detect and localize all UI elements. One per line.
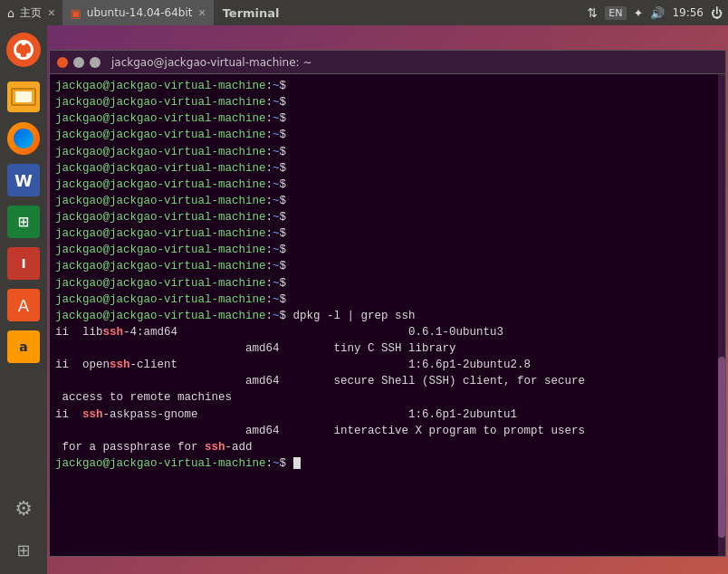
terminal-window: jackgao@jackgao-virtual-machine: ~ jackg…: [49, 50, 726, 557]
prompt-line-6: jackgao@jackgao-virtual-machine:~$: [55, 160, 720, 177]
terminal-tab-icon: ▣: [70, 6, 81, 20]
prompt-line-1: jackgao@jackgao-virtual-machine:~$: [55, 78, 720, 94]
sidebar-item-files[interactable]: [5, 78, 43, 116]
tab-home-close[interactable]: ✕: [47, 7, 55, 19]
prompt-line-11: jackgao@jackgao-virtual-machine:~$: [55, 242, 720, 258]
output-line-6: ii ssh-askpass-gnome 1:6.6p1-2ubuntu1: [55, 407, 720, 423]
sidebar-item-settings[interactable]: ⚙: [5, 489, 43, 527]
sidebar-item-more[interactable]: ⊞: [5, 531, 43, 569]
home-icon: ⌂: [7, 6, 14, 20]
sidebar: W ⊞ I A a ⚙ ⊞: [0, 25, 47, 574]
tab-terminal[interactable]: ▣ ubuntu-14.04-64bit ✕: [62, 0, 213, 25]
bluetooth-icon: ✦: [634, 6, 644, 20]
prompt-line-7: jackgao@jackgao-virtual-machine:~$: [55, 177, 720, 193]
output-line-3: ii openssh-client 1:6.6p1-2ubuntu2.8: [55, 357, 720, 373]
command-line: jackgao@jackgao-virtual-machine:~$ dpkg …: [55, 308, 720, 324]
transfer-icon: ⇅: [588, 5, 599, 20]
app-title: Terminal: [223, 6, 280, 20]
sidebar-item-impress[interactable]: I: [5, 244, 43, 282]
sidebar-item-writer[interactable]: W: [5, 161, 43, 199]
terminal-scrollbar[interactable]: [718, 74, 725, 556]
taskbar-top: ⌂ 主页 ✕ ▣ ubuntu-14.04-64bit ✕ Terminal ⇅…: [0, 0, 728, 25]
prompt-line-13: jackgao@jackgao-virtual-machine:~$: [55, 275, 720, 292]
sidebar-item-calc[interactable]: ⊞: [5, 203, 43, 241]
taskbar-right: ⇅ EN ✦ 🔊 19:56 ⏻: [588, 5, 728, 20]
prompt-line-12: jackgao@jackgao-virtual-machine:~$: [55, 258, 720, 274]
terminal-title: jackgao@jackgao-virtual-machine: ~: [111, 56, 312, 69]
output-line-5: access to remote machines: [55, 389, 720, 406]
volume-icon: 🔊: [650, 6, 665, 20]
prompt-line-9: jackgao@jackgao-virtual-machine:~$: [55, 209, 720, 225]
output-line-1: ii libssh-4:amd64 0.6.1-0ubuntu3: [55, 324, 720, 340]
power-icon: ⏻: [711, 6, 723, 20]
tab-home[interactable]: ⌂ 主页 ✕: [0, 0, 62, 25]
clock: 19:56: [672, 6, 704, 19]
terminal-content[interactable]: jackgao@jackgao-virtual-machine:~$ jackg…: [50, 74, 725, 556]
prompt-line-5: jackgao@jackgao-virtual-machine:~$: [55, 144, 720, 160]
window-close-button[interactable]: [57, 57, 68, 68]
taskbar-title-area: Terminal: [214, 6, 280, 20]
prompt-line-4: jackgao@jackgao-virtual-machine:~$: [55, 127, 720, 143]
prompt-line-2: jackgao@jackgao-virtual-machine:~$: [55, 94, 720, 110]
window-minimize-button[interactable]: [73, 57, 84, 68]
scrollbar-thumb[interactable]: [718, 357, 725, 538]
tab-terminal-label: ubuntu-14.04-64bit: [87, 6, 193, 19]
final-prompt-line: jackgao@jackgao-virtual-machine:~$: [55, 455, 720, 472]
tab-home-label: 主页: [20, 5, 42, 21]
keyboard-layout: EN: [605, 6, 626, 20]
prompt-line-3: jackgao@jackgao-virtual-machine:~$: [55, 110, 720, 127]
output-line-8: for a passphrase for ssh-add: [55, 439, 720, 455]
output-line-4: amd64 secure Shell (SSH) client, for sec…: [55, 373, 720, 389]
sidebar-item-firefox[interactable]: [5, 120, 43, 158]
sidebar-item-amazon[interactable]: a: [5, 328, 43, 366]
prompt-line-14: jackgao@jackgao-virtual-machine:~$: [55, 292, 720, 308]
output-line-7: amd64 interactive X program to prompt us…: [55, 423, 720, 439]
prompt-line-8: jackgao@jackgao-virtual-machine:~$: [55, 193, 720, 209]
prompt-line-10: jackgao@jackgao-virtual-machine:~$: [55, 225, 720, 242]
sidebar-item-ubuntu[interactable]: [5, 31, 43, 69]
terminal-titlebar: jackgao@jackgao-virtual-machine: ~: [50, 51, 725, 74]
sidebar-item-software[interactable]: A: [5, 286, 43, 324]
tab-terminal-close[interactable]: ✕: [197, 7, 206, 19]
window-maximize-button[interactable]: [90, 57, 101, 68]
output-line-2: amd64 tiny C SSH library: [55, 340, 720, 357]
